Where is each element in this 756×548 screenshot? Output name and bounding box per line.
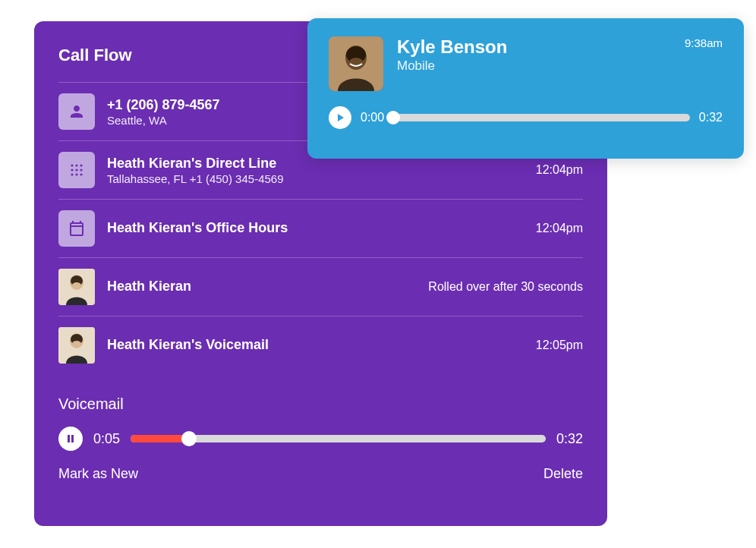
avatar (58, 327, 95, 364)
svg-point-5 (80, 168, 82, 171)
row-time: 12:04pm (536, 163, 583, 177)
voicemail-section: Voicemail 0:05 0:32 Mark as New Delete (58, 395, 583, 482)
svg-rect-17 (68, 435, 70, 442)
mark-new-button[interactable]: Mark as New (58, 466, 138, 482)
row-content: Heath Kieran's Voicemail (107, 336, 524, 354)
row-time: Rolled over after 30 seconds (428, 280, 583, 294)
avatar (329, 36, 383, 91)
svg-point-6 (71, 173, 73, 175)
voicemail-title: Voicemail (58, 395, 583, 413)
svg-point-12 (72, 282, 81, 288)
row-time: 12:05pm (536, 339, 583, 352)
pause-button[interactable] (58, 427, 83, 451)
row-sub: Tallahassee, FL +1 (450) 345-4569 (107, 172, 524, 185)
svg-point-1 (75, 164, 77, 166)
svg-point-2 (80, 164, 82, 166)
svg-point-4 (75, 168, 77, 171)
svg-point-7 (75, 173, 77, 175)
row-title: Heath Kieran (107, 278, 416, 295)
svg-point-3 (71, 168, 73, 171)
current-time: 0:05 (93, 431, 120, 447)
contact-name: Kyle Benson (397, 36, 671, 58)
delete-button[interactable]: Delete (543, 466, 583, 482)
svg-rect-18 (71, 435, 74, 442)
call-row[interactable]: Heath Kieran's Office Hours 12:04pm (58, 199, 583, 257)
seek-track[interactable] (131, 435, 546, 442)
svg-point-16 (72, 341, 81, 347)
row-title: Heath Kieran's Voicemail (107, 336, 524, 354)
call-row[interactable]: Heath Kieran's Voicemail 12:05pm (58, 316, 583, 374)
row-content: Heath Kieran's Office Hours (107, 219, 524, 237)
duration-time: 0:32 (556, 431, 583, 447)
card-player: 0:00 0:32 (329, 106, 723, 129)
dialpad-icon (58, 152, 95, 188)
voicemail-actions: Mark as New Delete (58, 466, 583, 482)
seek-track[interactable] (393, 114, 690, 121)
seek-thumb[interactable] (181, 431, 197, 446)
duration-time: 0:32 (699, 111, 723, 124)
contact-sub: Mobile (397, 58, 671, 74)
row-title: Heath Kieran's Office Hours (107, 219, 524, 237)
row-content: Heath Kieran (107, 278, 416, 295)
call-row[interactable]: Heath Kieran Rolled over after 30 second… (58, 257, 583, 316)
svg-point-0 (71, 164, 73, 166)
avatar (58, 269, 95, 305)
contact-card: Kyle Benson Mobile 9:38am 0:00 0:32 (307, 18, 744, 159)
voicemail-player: 0:05 0:32 (58, 427, 583, 451)
row-time: 12:04pm (536, 222, 583, 235)
seek-progress (131, 435, 189, 442)
row-content: Heath Kieran's Direct Line Tallahassee, … (107, 155, 524, 185)
current-time: 0:00 (361, 111, 384, 124)
card-info: Kyle Benson Mobile (397, 36, 671, 74)
seek-thumb[interactable] (386, 111, 400, 124)
card-time: 9:38am (685, 36, 723, 49)
person-icon (58, 93, 95, 130)
play-button[interactable] (329, 106, 351, 129)
calendar-icon (58, 210, 95, 247)
card-header: Kyle Benson Mobile 9:38am (329, 36, 723, 91)
svg-point-8 (80, 173, 82, 175)
